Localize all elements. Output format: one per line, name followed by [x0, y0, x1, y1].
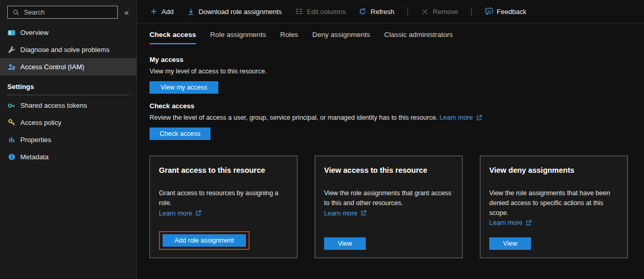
external-link-icon: [360, 210, 368, 216]
card-footer: View: [324, 237, 453, 250]
main-pane: Add Download role assignments Edit colum…: [137, 0, 644, 279]
toolbar-refresh-label: Refresh: [370, 8, 394, 16]
metadata-icon: [7, 153, 16, 161]
view-deny-assignments-card: View deny assignments View the role assi…: [480, 156, 628, 258]
tab-deny-assignments[interactable]: Deny assignments: [312, 31, 370, 44]
add-role-assignment-button[interactable]: Add role assignment: [163, 234, 246, 247]
check-access-title: Check access: [150, 102, 631, 110]
sidebar-search-row: «: [0, 0, 137, 24]
my-access-title: My access: [150, 56, 631, 64]
sidebar-item-label: Access policy: [20, 119, 61, 126]
sidebar-section-header: Settings: [0, 75, 137, 91]
grant-access-card: Grant access to this resource Grant acce…: [150, 156, 298, 258]
add-icon: [150, 7, 158, 16]
tab-bar: Check access Role assignments Roles Deny…: [137, 23, 644, 44]
tab-role-assignments[interactable]: Role assignments: [210, 31, 266, 44]
search-icon: [11, 8, 20, 17]
highlight-annotation: Add role assignment: [159, 231, 250, 250]
card-description: View the role assignments that grant acc…: [324, 188, 453, 208]
check-access-description: Review the level of access a user, group…: [150, 114, 631, 121]
edit-columns-icon: [295, 7, 303, 16]
sidebar-divider: [7, 95, 129, 95]
check-access-description-text: Review the level of access a user, group…: [150, 114, 438, 121]
learn-more-label: Learn more: [159, 210, 192, 217]
learn-more-label: Learn more: [440, 114, 473, 121]
view-access-learn-more-link[interactable]: Learn more: [324, 210, 368, 217]
toolbar-refresh-button[interactable]: Refresh: [358, 7, 394, 16]
sidebar-item-properties[interactable]: Properties: [0, 131, 137, 148]
download-icon: [187, 7, 195, 16]
sidebar-item-label: Access Control (IAM): [20, 63, 84, 71]
sidebar-item-label: Overview: [20, 29, 48, 36]
access-control-icon: [7, 63, 16, 71]
sidebar-item-label: Shared access tokens: [20, 102, 87, 109]
toolbar-download-button[interactable]: Download role assignments: [187, 7, 282, 16]
toolbar-divider: [471, 7, 472, 16]
tab-roles[interactable]: Roles: [280, 31, 299, 44]
external-link-icon: [194, 210, 203, 216]
view-access-card: View access to this resource View the ro…: [315, 156, 463, 258]
external-link-icon: [475, 115, 483, 121]
sidebar: « Overview Diagnose and solve problems A…: [0, 0, 137, 279]
view-deny-button[interactable]: View: [489, 237, 531, 250]
sidebar-item-access-policy[interactable]: Access policy: [0, 114, 137, 131]
sidebar-item-metadata[interactable]: Metadata: [0, 148, 137, 166]
view-my-access-button[interactable]: View my access: [150, 81, 218, 94]
learn-more-label: Learn more: [489, 219, 523, 226]
properties-icon: [7, 136, 16, 144]
sidebar-item-label: Metadata: [20, 153, 48, 161]
sidebar-item-diagnose[interactable]: Diagnose and solve problems: [0, 41, 137, 58]
sidebar-item-label: Properties: [20, 136, 51, 144]
my-access-description: View my level of access to this resource…: [150, 68, 631, 75]
card-row: Grant access to this resource Grant acce…: [150, 156, 631, 258]
check-access-learn-more-link[interactable]: Learn more: [440, 114, 484, 121]
toolbar-remove-button[interactable]: Remove: [421, 7, 458, 16]
remove-icon: [421, 7, 429, 16]
toolbar-edit-columns-button[interactable]: Edit columns: [295, 7, 345, 16]
toolbar-edit-columns-label: Edit columns: [307, 8, 345, 16]
sidebar-collapse-button[interactable]: «: [121, 8, 132, 17]
toolbar-feedback-label: Feedback: [497, 8, 526, 16]
card-footer: Add role assignment: [159, 231, 288, 250]
card-description: View the role assignments that have been…: [489, 188, 618, 218]
card-title: Grant access to this resource: [159, 166, 288, 174]
sidebar-item-label: Diagnose and solve problems: [20, 46, 109, 54]
check-access-button[interactable]: Check access: [150, 128, 210, 140]
overview-icon: [7, 29, 16, 37]
view-deny-learn-more-link[interactable]: Learn more: [489, 219, 533, 226]
refresh-icon: [358, 7, 367, 16]
sidebar-item-shared-access-tokens[interactable]: Shared access tokens: [0, 97, 137, 114]
toolbar-feedback-button[interactable]: Feedback: [485, 7, 526, 16]
tab-check-access[interactable]: Check access: [150, 31, 196, 44]
learn-more-label: Learn more: [324, 210, 357, 217]
access-policy-icon: [7, 119, 16, 127]
card-title: View access to this resource: [324, 166, 453, 174]
diagnose-icon: [7, 46, 16, 54]
toolbar-download-label: Download role assignments: [199, 8, 282, 16]
sidebar-item-access-control[interactable]: Access Control (IAM): [0, 58, 137, 75]
card-footer: View: [489, 237, 618, 250]
sidebar-item-overview[interactable]: Overview: [0, 24, 137, 41]
command-bar: Add Download role assignments Edit colum…: [137, 0, 644, 23]
card-description: Grant access to resources by assigning a…: [159, 188, 288, 208]
app-window: « Overview Diagnose and solve problems A…: [0, 0, 644, 279]
grant-access-learn-more-link[interactable]: Learn more: [159, 210, 203, 217]
shared-access-tokens-icon: [7, 102, 16, 110]
toolbar-remove-label: Remove: [433, 8, 458, 16]
toolbar-add-label: Add: [162, 8, 174, 16]
toolbar-divider: [407, 7, 408, 16]
feedback-icon: [485, 7, 493, 16]
view-access-button[interactable]: View: [324, 237, 366, 250]
search-box[interactable]: [7, 6, 118, 19]
card-title: View deny assignments: [489, 166, 618, 174]
tab-classic-administrators[interactable]: Classic administrators: [384, 31, 453, 44]
tab-content: My access View my level of access to thi…: [137, 44, 644, 258]
toolbar-add-button[interactable]: Add: [150, 7, 174, 16]
search-input[interactable]: [23, 8, 114, 17]
external-link-icon: [525, 220, 533, 226]
